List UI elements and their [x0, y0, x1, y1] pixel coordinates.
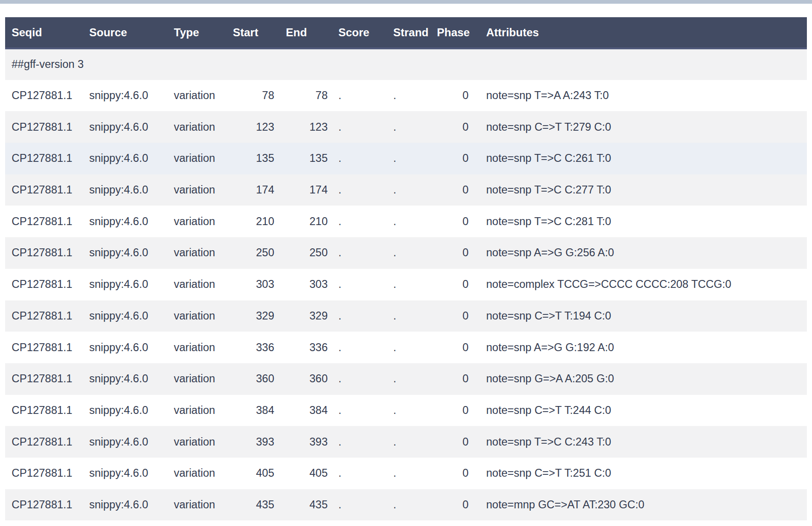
- cell-score: .: [330, 332, 385, 363]
- column-header-attributes: Attributes: [482, 17, 807, 48]
- cell-type: variation: [174, 80, 233, 112]
- cell-attributes: note=snp T=>C C:277 T:0: [482, 174, 807, 206]
- table-row[interactable]: CP127881.1 snippy:4.6.0 variation 303 30…: [5, 269, 807, 300]
- cell-attributes: note=snp A=>G G:192 A:0: [482, 332, 807, 363]
- cell-phase: 0: [430, 143, 482, 174]
- cell-type: variation: [174, 237, 233, 269]
- cell-strand: .: [385, 426, 430, 458]
- cell-seqid: CP127881.1: [5, 111, 89, 143]
- cell-type: variation: [174, 174, 233, 206]
- cell-attributes: note=snp C=>T T:279 C:0: [482, 111, 807, 143]
- cell-seqid: CP127881.1: [5, 332, 89, 363]
- cell-type: variation: [174, 300, 233, 332]
- cell-strand: .: [385, 80, 430, 112]
- cell-score: .: [330, 395, 385, 426]
- table-row[interactable]: CP127881.1 snippy:4.6.0 variation 384 38…: [5, 395, 807, 426]
- cell-seqid: CP127881.1: [5, 300, 89, 332]
- column-header-start: Start: [233, 17, 277, 48]
- cell-end: 250: [277, 237, 330, 269]
- cell-strand: .: [385, 363, 430, 395]
- cell-score: .: [330, 426, 385, 458]
- cell-end: 336: [277, 332, 330, 363]
- cell-seqid: CP127881.1: [5, 269, 89, 300]
- column-header-score: Score: [330, 17, 385, 48]
- cell-end: 384: [277, 395, 330, 426]
- cell-source: snippy:4.6.0: [89, 143, 174, 174]
- cell-source: snippy:4.6.0: [89, 458, 174, 489]
- cell-type: variation: [174, 426, 233, 458]
- cell-seqid: CP127881.1: [5, 80, 89, 112]
- column-header-end: End: [277, 17, 330, 48]
- cell-score: .: [330, 174, 385, 206]
- cell-attributes: note=snp T=>C C:281 T:0: [482, 206, 807, 237]
- cell-score: .: [330, 300, 385, 332]
- table-row[interactable]: CP127881.1 snippy:4.6.0 variation 435 43…: [5, 489, 807, 521]
- table-row[interactable]: CP127881.1 snippy:4.6.0 variation 393 39…: [5, 426, 807, 458]
- cell-seqid: CP127881.1: [5, 458, 89, 489]
- cell-seqid: CP127881.1: [5, 237, 89, 269]
- cell-strand: .: [385, 143, 430, 174]
- cell-source: snippy:4.6.0: [89, 489, 174, 521]
- cell-score: .: [330, 80, 385, 112]
- cell-attributes: note=snp C=>T T:251 C:0: [482, 458, 807, 489]
- cell-strand: .: [385, 237, 430, 269]
- cell-end: 329: [277, 300, 330, 332]
- cell-source: snippy:4.6.0: [89, 363, 174, 395]
- table-row[interactable]: CP127881.1 snippy:4.6.0 variation 135 13…: [5, 143, 807, 174]
- cell-seqid: CP127881.1: [5, 143, 89, 174]
- cell-phase: 0: [430, 426, 482, 458]
- cell-seqid: CP127881.1: [5, 395, 89, 426]
- pragma-text: ##gff-version 3: [5, 48, 807, 80]
- cell-score: .: [330, 206, 385, 237]
- column-header-seqid: Seqid: [5, 17, 89, 48]
- cell-phase: 0: [430, 300, 482, 332]
- cell-start: 210: [233, 206, 277, 237]
- cell-attributes: note=snp C=>T T:244 C:0: [482, 395, 807, 426]
- cell-start: 78: [233, 80, 277, 112]
- cell-source: snippy:4.6.0: [89, 174, 174, 206]
- cell-strand: .: [385, 111, 430, 143]
- cell-end: 174: [277, 174, 330, 206]
- table-row[interactable]: CP127881.1 snippy:4.6.0 variation 174 17…: [5, 174, 807, 206]
- table-row[interactable]: CP127881.1 snippy:4.6.0 variation 210 21…: [5, 206, 807, 237]
- table-row[interactable]: CP127881.1 snippy:4.6.0 variation 250 25…: [5, 237, 807, 269]
- cell-start: 435: [233, 489, 277, 521]
- cell-end: 210: [277, 206, 330, 237]
- cell-type: variation: [174, 395, 233, 426]
- cell-end: 435: [277, 489, 330, 521]
- cell-phase: 0: [430, 174, 482, 206]
- table-row[interactable]: CP127881.1 snippy:4.6.0 variation 329 32…: [5, 300, 807, 332]
- cell-score: .: [330, 363, 385, 395]
- cell-start: 336: [233, 332, 277, 363]
- cell-strand: .: [385, 395, 430, 426]
- cell-strand: .: [385, 174, 430, 206]
- table-row[interactable]: CP127881.1 snippy:4.6.0 variation 78 78 …: [5, 80, 807, 112]
- cell-phase: 0: [430, 111, 482, 143]
- table-row[interactable]: CP127881.1 snippy:4.6.0 variation 123 12…: [5, 111, 807, 143]
- cell-source: snippy:4.6.0: [89, 426, 174, 458]
- cell-type: variation: [174, 458, 233, 489]
- cell-strand: .: [385, 458, 430, 489]
- cell-end: 303: [277, 269, 330, 300]
- cell-score: .: [330, 111, 385, 143]
- cell-end: 405: [277, 458, 330, 489]
- table-row[interactable]: CP127881.1 snippy:4.6.0 variation 336 33…: [5, 332, 807, 363]
- table-row[interactable]: CP127881.1 snippy:4.6.0 variation 360 36…: [5, 363, 807, 395]
- column-header-type: Type: [174, 17, 233, 48]
- cell-seqid: CP127881.1: [5, 174, 89, 206]
- cell-source: snippy:4.6.0: [89, 332, 174, 363]
- cell-strand: .: [385, 206, 430, 237]
- cell-phase: 0: [430, 237, 482, 269]
- cell-strand: .: [385, 300, 430, 332]
- cell-phase: 0: [430, 206, 482, 237]
- column-header-source: Source: [89, 17, 174, 48]
- cell-end: 393: [277, 426, 330, 458]
- cell-attributes: note=snp T=>C C:243 T:0: [482, 426, 807, 458]
- cell-source: snippy:4.6.0: [89, 269, 174, 300]
- table-row[interactable]: CP127881.1 snippy:4.6.0 variation 405 40…: [5, 458, 807, 489]
- cell-start: 329: [233, 300, 277, 332]
- cell-start: 303: [233, 269, 277, 300]
- cell-attributes: note=complex TCCG=>CCCC CCCC:208 TCCG:0: [482, 269, 807, 300]
- cell-start: 393: [233, 426, 277, 458]
- cell-attributes: note=snp G=>A A:205 G:0: [482, 363, 807, 395]
